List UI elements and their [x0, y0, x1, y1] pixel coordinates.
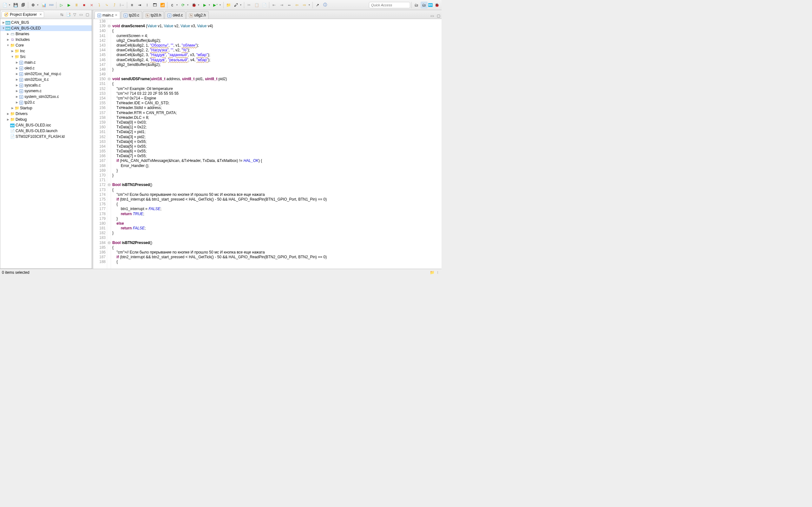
editor-tab[interactable]: hu8g2.h — [186, 11, 209, 19]
run-button[interactable]: ▶ — [65, 2, 72, 9]
tree-row[interactable]: 📄CAN_BUS-OLED.launch — [0, 128, 92, 134]
new-c-button[interactable]: c — [169, 2, 176, 9]
paste-button[interactable]: 📄 — [261, 2, 268, 9]
expand-arrow-icon[interactable]: ▶ — [6, 38, 10, 41]
expand-arrow-icon[interactable]: ▶ — [15, 61, 19, 64]
line-gutter[interactable]: 1381391401411421431441451461471481491501… — [93, 19, 107, 269]
save-button[interactable]: 💾 — [12, 2, 19, 9]
pause-button[interactable]: ⏸ — [73, 2, 80, 9]
tree-row[interactable]: ▶IDECAN_BUS — [0, 20, 92, 25]
tree-row[interactable]: ▶📁Drivers — [0, 111, 92, 117]
expand-arrow-icon[interactable]: ▶ — [15, 83, 19, 87]
cmd3-button[interactable]: ⁝ — [144, 2, 151, 9]
editor-tab[interactable]: htp20.h — [143, 11, 164, 19]
step-into-button[interactable]: ⤵ — [96, 2, 103, 9]
cmd2-button[interactable]: ⇥ — [136, 2, 143, 9]
tree-row[interactable]: ▶cmain.c — [0, 60, 92, 65]
close-icon[interactable]: ✕ — [39, 13, 42, 16]
back-button[interactable]: ⇦ — [293, 2, 300, 9]
editor-tab[interactable]: coled.c — [165, 11, 186, 19]
tree-row[interactable]: ▶cstm32f1xx_it.c — [0, 77, 92, 82]
explorer-tab[interactable]: 🧭 Project Explorer ✕ — [2, 11, 44, 18]
step-over-button[interactable]: ⤷ — [103, 2, 110, 9]
trace-button[interactable]: 📊 — [40, 2, 47, 9]
editor-tab[interactable]: cmain.c✕ — [95, 11, 120, 19]
copy-button[interactable]: 📋 — [253, 2, 260, 9]
nav3-button[interactable]: ↔ — [286, 2, 293, 9]
expand-arrow-icon[interactable]: ▶ — [6, 112, 10, 115]
close-icon[interactable]: ✕ — [115, 13, 117, 17]
debug-persp-button[interactable]: 🐞 — [433, 2, 440, 9]
persp2-button[interactable]: 🗂 — [420, 2, 427, 9]
code-body[interactable]: void drawScreen4 (Value v1, Value v2, Va… — [111, 19, 442, 269]
tree-row[interactable]: ▶csyscalls.c — [0, 82, 92, 88]
tree-row[interactable]: ▶csysmem.c — [0, 88, 92, 94]
persp1-button[interactable]: 🗂 — [413, 2, 420, 9]
expand-arrow-icon[interactable]: ▶ — [10, 107, 14, 110]
status-icon-2[interactable]: ⁝ — [437, 270, 438, 275]
tree-row[interactable]: ▼IDECAN_BUS-OLED — [0, 25, 92, 31]
disconnect-button[interactable]: ⤫ — [88, 2, 95, 9]
persp-mx-button[interactable]: MX — [428, 3, 433, 7]
expand-arrow-icon[interactable]: ▶ — [6, 118, 10, 121]
instr-step-button[interactable]: i→ — [119, 2, 125, 9]
maximize-button[interactable]: ▢ — [84, 12, 90, 17]
expand-arrow-icon[interactable]: ▶ — [10, 49, 14, 53]
expand-arrow-icon[interactable]: ▶ — [15, 72, 19, 75]
step-return-button[interactable]: ⤴ — [111, 2, 118, 9]
tree-row[interactable]: MXCAN_BUS-OLED.ioc — [0, 122, 92, 128]
share-button[interactable]: ↗ — [314, 2, 321, 9]
new-folder-button[interactable]: 📁 — [225, 2, 232, 9]
fold-column[interactable]: ⊖⊖⊖⊖ — [107, 19, 111, 269]
expand-arrow-icon[interactable]: ▶ — [15, 89, 19, 93]
expand-arrow-icon[interactable]: ▶ — [15, 95, 19, 98]
nav2-button[interactable]: ⇥ — [278, 2, 285, 9]
run2-button[interactable]: ▶ — [201, 2, 208, 9]
tree-row[interactable]: ▶⧉Includes — [0, 37, 92, 43]
refresh-button[interactable]: ⟳ — [180, 2, 187, 9]
link-editor-button[interactable]: ⇆ — [59, 12, 65, 17]
forward-button[interactable]: ⇨ — [301, 2, 308, 9]
status-icon-1[interactable]: 📁 — [430, 270, 435, 275]
tree-row[interactable]: ▶📁Inc — [0, 48, 92, 54]
info-button[interactable]: ⓘ — [322, 2, 328, 9]
resume-button[interactable]: ▷ — [58, 2, 65, 9]
cmd4-button[interactable]: 🗔 — [151, 2, 158, 9]
tree-row[interactable]: ▶📁Debug — [0, 117, 92, 122]
expand-arrow-icon[interactable]: ▶ — [2, 21, 5, 24]
ext-tools-button[interactable]: ▶⁺ — [212, 2, 219, 9]
tree-row[interactable]: ▶csystem_stm32f1xx.c — [0, 94, 92, 100]
save-all-button[interactable]: 🗐 — [20, 2, 27, 9]
cmd1-button[interactable]: ≡ — [129, 2, 136, 9]
cmd5-button[interactable]: 📶 — [159, 2, 166, 9]
code-editor[interactable]: 1381391401411421431441451461471481491501… — [93, 19, 442, 269]
editor-maximize-button[interactable]: ▢ — [436, 13, 441, 19]
editor-tab[interactable]: ctp20.c — [121, 11, 142, 19]
new-button[interactable]: 📄 — [1, 2, 8, 9]
view-menu-button[interactable]: ▽ — [72, 12, 78, 17]
hex-button[interactable]: 010 — [48, 2, 55, 9]
tree-row[interactable]: ▶ctp20.c — [0, 100, 92, 105]
tree-row[interactable]: ▼📁Src — [0, 54, 92, 60]
filter-button[interactable]: 📑 — [65, 12, 71, 17]
tree-row[interactable]: ▶coled.c — [0, 65, 92, 71]
expand-arrow-icon[interactable]: ▼ — [2, 26, 5, 30]
expand-arrow-icon[interactable]: ▶ — [6, 32, 10, 36]
tree-row[interactable]: 📄STM32F103C8TX_FLASH.ld — [0, 134, 92, 139]
tree-row[interactable]: ▼📁Core — [0, 43, 92, 48]
expand-arrow-icon[interactable]: ▶ — [15, 78, 19, 81]
highlight-button[interactable]: 🖍 — [233, 2, 240, 9]
project-tree[interactable]: ▶IDECAN_BUS▼IDECAN_BUS-OLED▶🗃Binaries▶⧉I… — [0, 19, 92, 268]
cut-button[interactable]: ✂ — [246, 2, 252, 9]
debug-button[interactable]: 🐞 — [190, 2, 197, 9]
expand-arrow-icon[interactable]: ▼ — [6, 44, 10, 47]
minimize-button[interactable]: ▭ — [78, 12, 84, 17]
tree-row[interactable]: ▶📁Startup — [0, 105, 92, 111]
stop-button[interactable]: ■ — [81, 2, 88, 9]
expand-arrow-icon[interactable]: ▶ — [15, 101, 19, 104]
expand-arrow-icon[interactable]: ▶ — [15, 66, 19, 70]
expand-arrow-icon[interactable]: ▼ — [10, 55, 14, 58]
editor-minimize-button[interactable]: ▭ — [429, 13, 435, 19]
quick-access-input[interactable] — [369, 2, 410, 8]
tree-row[interactable]: ▶cstm32f1xx_hal_msp.c — [0, 71, 92, 77]
